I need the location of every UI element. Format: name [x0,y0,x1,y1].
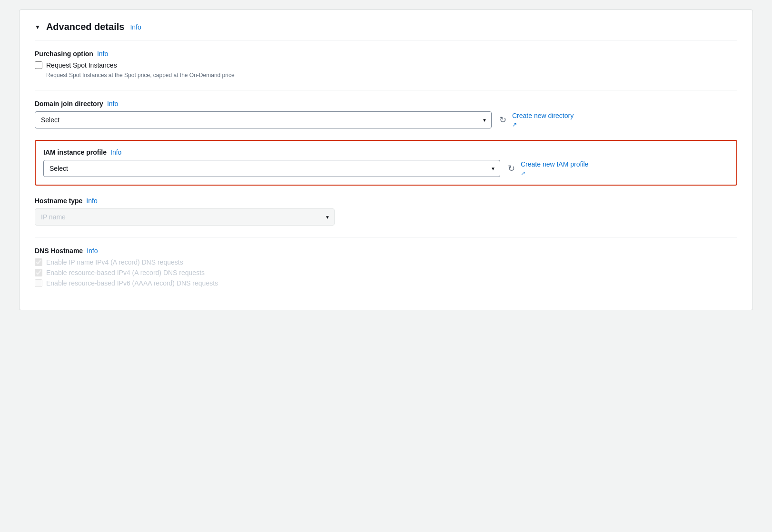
divider-2 [35,237,737,237]
refresh-icon: ↻ [499,115,506,125]
iam-profile-refresh-button[interactable]: ↻ [506,161,517,176]
hostname-type-group: Hostname type Info IP name ▼ [35,197,737,226]
iam-profile-label: IAM instance profile Info [43,148,729,156]
dns-option-2-row: Enable resource-based IPv4 (A record) DN… [35,269,737,276]
domain-join-select[interactable]: Select [35,111,492,128]
dns-option-1-checkbox [35,258,42,266]
iam-instance-profile-section: IAM instance profile Info Select ▼ ↻ [35,140,737,186]
iam-profile-select[interactable]: Select [43,160,500,177]
section-header: ▼ Advanced details Info [35,21,737,40]
dns-hostname-label: DNS Hostname Info [35,247,737,255]
iam-profile-action-links: Create new IAM profile ↗ [521,160,588,177]
iam-profile-select-row: Select ▼ ↻ Create new IAM profile [43,160,729,177]
advanced-details-info-link[interactable]: Info [130,23,141,31]
dns-option-1-row: Enable IP name IPv4 (A record) DNS reque… [35,258,737,266]
domain-join-select-row: Select ▼ ↻ Create new directory ↗ [35,111,737,128]
dns-option-3-label: Enable resource-based IPv6 (AAAA record)… [46,279,218,287]
collapse-icon[interactable]: ▼ [35,24,40,30]
spot-instances-checkbox-row: Request Spot Instances [35,61,737,69]
create-new-iam-profile-external-link[interactable]: ↗ [521,170,588,177]
dns-option-1-label: Enable IP name IPv4 (A record) DNS reque… [46,258,183,266]
dns-hostname-info-link[interactable]: Info [87,247,98,255]
hostname-type-select-wrapper: IP name ▼ [35,208,335,226]
dns-option-3-checkbox [35,279,42,287]
external-link-icon: ↗ [512,121,517,128]
divider-1 [35,90,737,90]
purchasing-option-group: Purchasing option Info Request Spot Inst… [35,50,737,79]
purchasing-option-info-link[interactable]: Info [97,50,108,58]
domain-join-refresh-button[interactable]: ↻ [497,113,508,127]
iam-external-link-icon: ↗ [521,170,525,177]
hostname-type-label: Hostname type Info [35,197,737,205]
spot-instances-helper: Request Spot Instances at the Spot price… [46,72,737,79]
domain-join-info-link[interactable]: Info [107,100,118,108]
section-title: Advanced details [46,21,125,32]
domain-join-group: Domain join directory Info Select ▼ ↻ [35,100,737,128]
domain-join-label: Domain join directory Info [35,100,737,108]
create-new-directory-link[interactable]: Create new directory [512,112,574,119]
hostname-type-info-link[interactable]: Info [86,197,97,205]
iam-profile-actions: ↻ Create new IAM profile ↗ [506,160,588,177]
spot-instances-label[interactable]: Request Spot Instances [46,61,117,69]
hostname-type-select: IP name [35,208,335,226]
domain-join-select-wrapper: Select ▼ [35,111,492,128]
create-new-iam-profile-link[interactable]: Create new IAM profile [521,160,588,168]
domain-join-action-links: Create new directory ↗ [512,112,574,128]
iam-profile-group: IAM instance profile Info Select ▼ ↻ [43,148,729,177]
iam-profile-info-link[interactable]: Info [110,148,121,156]
dns-hostname-group: DNS Hostname Info Enable IP name IPv4 (A… [35,247,737,287]
domain-join-actions: ↻ Create new directory ↗ [497,112,574,128]
dns-option-3-row: Enable resource-based IPv6 (AAAA record)… [35,279,737,287]
dns-option-2-label: Enable resource-based IPv4 (A record) DN… [46,269,205,276]
iam-refresh-icon: ↻ [508,163,515,174]
purchasing-option-label: Purchasing option Info [35,50,737,58]
iam-profile-select-wrapper: Select ▼ [43,160,500,177]
dns-option-2-checkbox [35,269,42,276]
spot-instances-checkbox[interactable] [35,61,42,69]
create-new-directory-external-link[interactable]: ↗ [512,121,574,128]
